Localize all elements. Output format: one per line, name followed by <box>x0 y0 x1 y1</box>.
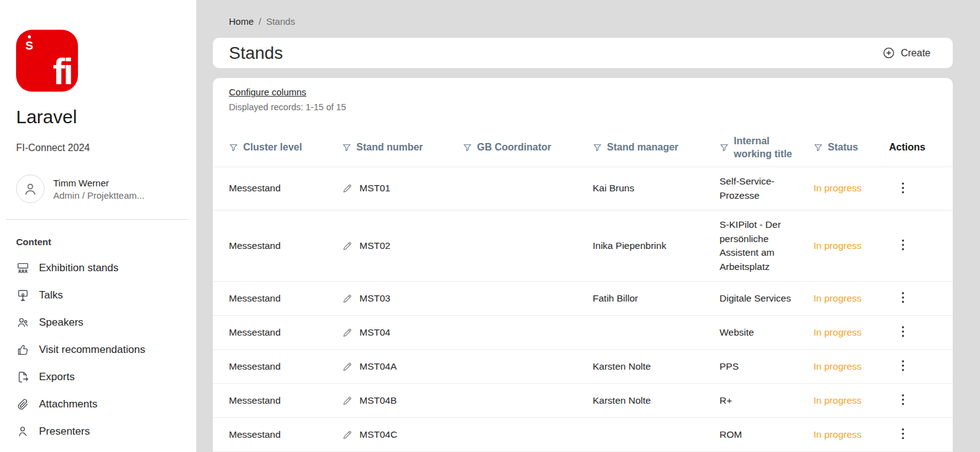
actions-cell <box>889 350 937 383</box>
gb-coordinator-cell <box>463 181 593 196</box>
row-actions-button[interactable] <box>899 180 907 196</box>
row-actions-button[interactable] <box>899 391 907 408</box>
filter-icon <box>720 143 729 152</box>
sidebar-item-exports[interactable]: Exports <box>16 363 189 391</box>
fi-sparkasse-logo[interactable]: S fi <box>16 30 78 92</box>
row-actions-button[interactable] <box>899 323 907 340</box>
sidebar-item-speakers[interactable]: Speakers <box>16 309 189 336</box>
internal-working-title-cell: R+ <box>720 386 810 415</box>
internal-working-title-cell: Self-Service-Prozesse <box>720 167 810 210</box>
gb-coordinator-cell <box>463 393 593 408</box>
column-header-status[interactable]: Status <box>814 141 889 154</box>
user-name: Timm Werner <box>53 178 145 188</box>
status-badge: In progress <box>814 174 889 202</box>
stand-manager-cell: Fatih Billor <box>593 284 720 313</box>
nav-section-title: Content <box>16 237 189 247</box>
gb-coordinator-cell <box>463 427 593 442</box>
stand-manager-cell: Karsten Nolte <box>593 352 720 381</box>
filter-icon <box>814 143 823 152</box>
stand-manager-cell <box>593 325 720 340</box>
internal-working-title-cell: PPS <box>720 352 810 381</box>
table-header-row: Cluster levelStand numberGB CoordinatorS… <box>213 128 953 167</box>
internal-working-title-cell: S-KIPilot - Der persönliche Assistent am… <box>720 211 810 281</box>
filter-icon <box>593 143 602 152</box>
sidebar-item-visit-recommendations[interactable]: Visit recommendations <box>16 336 189 363</box>
talks-icon <box>16 289 30 302</box>
breadcrumb-home[interactable]: Home <box>229 16 254 27</box>
stand-manager-cell: Karsten Nolte <box>593 386 720 415</box>
avatar <box>16 175 45 203</box>
status-badge: In progress <box>814 232 889 260</box>
stand-number-cell: MST04A <box>342 352 463 381</box>
configure-columns-link[interactable]: Configure columns <box>229 87 306 97</box>
app-subtitle: FI-Connect 2024 <box>16 142 189 154</box>
edit-stand-button[interactable] <box>342 362 353 372</box>
edit-stand-button[interactable] <box>342 328 353 338</box>
sidebar-item-attachments[interactable]: Attachments <box>16 391 189 418</box>
column-header-gb-coordinator[interactable]: GB Coordinator <box>463 141 593 154</box>
actions-cell <box>889 384 937 417</box>
filter-icon <box>463 143 472 152</box>
edit-pencil-icon <box>342 430 353 440</box>
edit-pencil-icon <box>342 362 353 372</box>
actions-cell <box>889 316 937 349</box>
column-header-internal-working-title[interactable]: Internal working title <box>720 134 814 161</box>
breadcrumb-current: Stands <box>266 16 295 27</box>
table-row: MessestandMST03Fatih BillorDigitale Serv… <box>213 282 953 316</box>
row-actions-button[interactable] <box>899 237 907 253</box>
stand-manager-cell <box>593 427 720 442</box>
cluster-level-cell: Messestand <box>229 174 342 202</box>
export-icon <box>16 370 30 384</box>
actions-cell <box>889 282 937 315</box>
sidebar-item-exhibition-stands[interactable]: Exhibition stands <box>16 254 189 282</box>
speakers-icon <box>16 316 30 329</box>
internal-working-title-cell: Website <box>720 318 810 347</box>
cluster-level-cell: Messestand <box>229 386 342 415</box>
edit-stand-button[interactable] <box>342 293 353 304</box>
sidebar-item-presenters[interactable]: Presenters <box>16 418 189 445</box>
stand-number-cell: MST04 <box>342 318 463 347</box>
user-menu[interactable]: Timm Werner Admin / Projektteam... <box>16 175 189 203</box>
gb-coordinator-cell <box>463 325 593 340</box>
cluster-level-cell: Messestand <box>229 352 342 381</box>
row-actions-button[interactable] <box>899 357 907 374</box>
actions-cell <box>889 172 937 205</box>
gb-coordinator-cell <box>463 359 593 374</box>
cluster-level-cell: Messestand <box>229 420 342 449</box>
stand-number-cell: MST01 <box>342 174 463 202</box>
column-header-cluster-level[interactable]: Cluster level <box>229 141 342 154</box>
table-row: MessestandMST04CROMIn progress <box>213 418 953 452</box>
breadcrumb-separator: / <box>259 16 261 27</box>
edit-stand-button[interactable] <box>342 396 353 406</box>
row-actions-button[interactable] <box>899 289 907 306</box>
sidebar-item-templates[interactable]: Templates <box>16 445 189 452</box>
edit-stand-button[interactable] <box>342 183 353 194</box>
sparkasse-s-icon: S <box>25 35 33 51</box>
exhibition-stands-icon <box>16 261 30 275</box>
sidebar-item-talks[interactable]: Talks <box>16 282 189 309</box>
app-title: Laravel <box>16 106 189 128</box>
records-info: Displayed records: 1-15 of 15 <box>229 102 937 112</box>
kebab-menu-icon <box>901 239 905 251</box>
column-header-stand-manager[interactable]: Stand manager <box>593 141 720 154</box>
create-button[interactable]: Create <box>879 46 934 60</box>
status-badge: In progress <box>814 318 889 347</box>
edit-pencil-icon <box>342 183 353 194</box>
internal-working-title-cell: Digitale Services <box>720 284 810 313</box>
sidebar-divider <box>6 219 187 220</box>
thumbs-up-icon <box>16 343 30 357</box>
edit-stand-button[interactable] <box>342 241 353 251</box>
cluster-level-cell: Messestand <box>229 284 342 313</box>
row-actions-button[interactable] <box>899 425 907 442</box>
status-badge: In progress <box>814 284 889 313</box>
table-row: MessestandMST02Inika PiepenbrinkS-KIPilo… <box>213 211 953 282</box>
edit-stand-button[interactable] <box>342 430 353 440</box>
paperclip-icon <box>16 398 30 411</box>
cluster-level-cell: Messestand <box>229 232 342 260</box>
kebab-menu-icon <box>901 428 905 440</box>
edit-pencil-icon <box>342 328 353 338</box>
table-row: MessestandMST01Kai BrunsSelf-Service-Pro… <box>213 167 953 211</box>
breadcrumb: Home / Stands <box>213 16 953 27</box>
filter-icon <box>342 143 351 152</box>
column-header-stand-number[interactable]: Stand number <box>342 141 463 154</box>
